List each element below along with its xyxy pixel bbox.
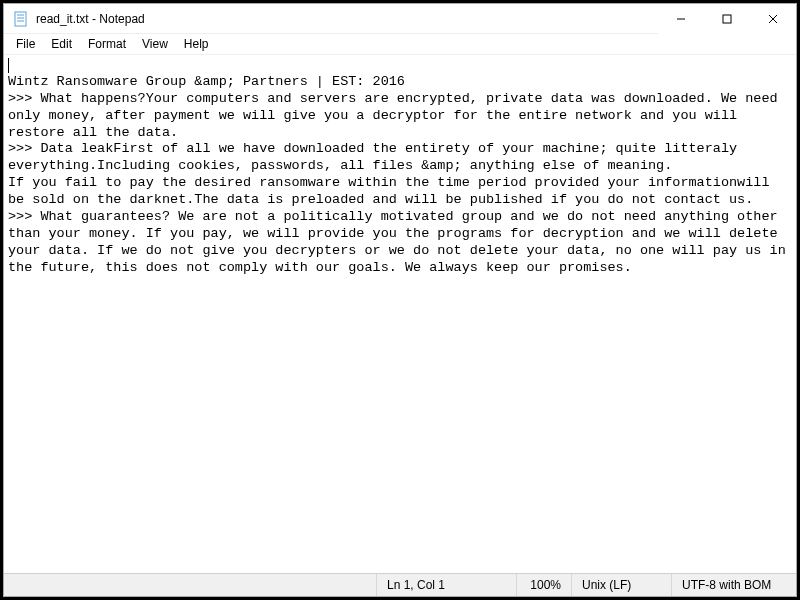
menu-view[interactable]: View — [134, 35, 176, 53]
maximize-button[interactable] — [704, 4, 750, 34]
menu-format[interactable]: Format — [80, 35, 134, 53]
svg-rect-5 — [723, 15, 731, 23]
notepad-icon — [12, 10, 30, 28]
menubar: File Edit Format View Help — [4, 34, 796, 55]
status-zoom: 100% — [516, 574, 571, 596]
notepad-window: read_it.txt - Notepad File Edit Format V… — [3, 3, 797, 597]
status-eol: Unix (LF) — [571, 574, 671, 596]
status-lncol: Ln 1, Col 1 — [376, 574, 516, 596]
svg-rect-0 — [15, 12, 26, 26]
window-title: read_it.txt - Notepad — [36, 12, 145, 26]
outer-border: read_it.txt - Notepad File Edit Format V… — [0, 0, 800, 600]
titlebar[interactable]: read_it.txt - Notepad — [4, 4, 796, 34]
status-encoding: UTF-8 with BOM — [671, 574, 796, 596]
statusbar: Ln 1, Col 1 100% Unix (LF) UTF-8 with BO… — [4, 573, 796, 596]
text-editor[interactable] — [4, 55, 796, 573]
editor-area — [4, 55, 796, 573]
close-button[interactable] — [750, 4, 796, 34]
minimize-button[interactable] — [658, 4, 704, 34]
menu-file[interactable]: File — [8, 35, 43, 53]
menu-edit[interactable]: Edit — [43, 35, 80, 53]
menu-help[interactable]: Help — [176, 35, 217, 53]
